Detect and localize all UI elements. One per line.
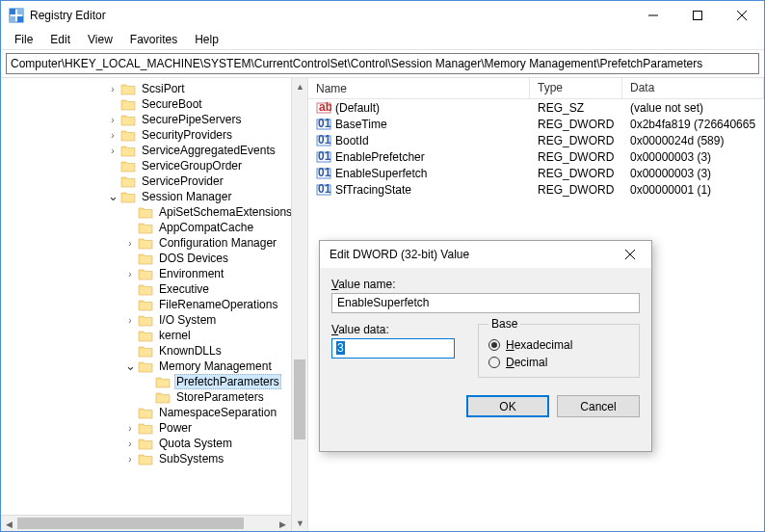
close-button[interactable]	[720, 1, 764, 30]
tree-item[interactable]: ⌄Session Manager	[1, 189, 307, 204]
expander-closed-icon[interactable]: ›	[105, 130, 120, 141]
tree-item[interactable]: kernel	[1, 328, 307, 343]
tree-item[interactable]: SecureBoot	[1, 96, 307, 112]
tree-item[interactable]: ›Power	[1, 420, 307, 436]
tree-item[interactable]: PrefetchParameters	[1, 374, 307, 389]
tree-item-label: Executive	[157, 282, 211, 296]
value-name-field[interactable]: EnableSuperfetch	[331, 293, 640, 313]
tree-item-label: NamespaceSeparation	[157, 406, 278, 419]
ok-button[interactable]: OK	[466, 395, 549, 417]
value-name: BootId	[335, 134, 369, 147]
menu-help[interactable]: Help	[187, 31, 226, 48]
list-row[interactable]: 011BaseTimeREG_DWORD0x2b4fa819 (72664066…	[308, 116, 764, 132]
expander-closed-icon[interactable]: ›	[122, 423, 138, 434]
expander-open-icon[interactable]: ⌄	[105, 192, 120, 201]
value-data: 0x00000001 (1)	[628, 183, 764, 197]
column-name[interactable]: Name	[308, 78, 530, 98]
tree-item[interactable]: ›SecurityProviders	[1, 127, 307, 143]
tree-item-label: ScsiPort	[140, 82, 187, 95]
tree-item[interactable]: ›Configuration Manager	[1, 235, 307, 251]
value-type: REG_DWORD	[536, 118, 628, 131]
value-name: SfTracingState	[335, 183, 411, 197]
tree-item[interactable]: ›ScsiPort	[1, 81, 307, 96]
menu-edit[interactable]: Edit	[42, 31, 78, 48]
tree-item[interactable]: ⌄Memory Management	[1, 359, 307, 374]
maximize-button[interactable]	[675, 1, 720, 30]
tree-item[interactable]: ApiSetSchemaExtensions	[1, 204, 307, 220]
radio-hexadecimal[interactable]: Hexadecimal	[488, 338, 629, 352]
tree-item[interactable]: ›Environment	[1, 266, 307, 281]
minimize-button[interactable]	[631, 1, 675, 30]
expander-closed-icon[interactable]: ›	[122, 439, 138, 449]
tree-item-label: kernel	[157, 329, 193, 342]
tree-item[interactable]: ›ServiceAggregatedEvents	[1, 143, 307, 158]
svg-text:011: 011	[318, 182, 331, 196]
svg-rect-4	[17, 16, 23, 22]
dword-value-icon: 011	[316, 133, 331, 148]
expander-closed-icon[interactable]: ›	[122, 315, 138, 326]
folder-icon	[138, 437, 153, 450]
tree-item-label: SecureBoot	[140, 97, 204, 111]
cancel-button[interactable]: Cancel	[557, 395, 640, 417]
radio-icon	[488, 357, 500, 368]
radio-decimal[interactable]: Decimal	[488, 356, 629, 369]
value-name: EnablePrefetcher	[335, 150, 425, 164]
expander-closed-icon[interactable]: ›	[122, 454, 138, 465]
tree-item[interactable]: FileRenameOperations	[1, 297, 307, 312]
tree-item-label: Configuration Manager	[157, 236, 278, 250]
expander-closed-icon[interactable]: ›	[122, 238, 138, 249]
radio-dec-label: Decimal	[506, 356, 547, 369]
tree-scrollbar-horizontal[interactable]: ◀ ▶	[1, 515, 291, 531]
tree-item-label: PrefetchParameters	[174, 374, 281, 389]
value-type: REG_DWORD	[536, 167, 628, 180]
expander-closed-icon[interactable]: ›	[122, 269, 138, 279]
value-type: REG_SZ	[536, 101, 628, 115]
scroll-up-icon[interactable]: ▲	[292, 78, 308, 94]
menu-view[interactable]: View	[80, 31, 120, 48]
scroll-left-icon[interactable]: ◀	[1, 516, 17, 531]
folder-icon	[138, 344, 153, 358]
folder-icon	[155, 375, 171, 388]
folder-icon	[138, 221, 153, 234]
dialog-titlebar[interactable]: Edit DWORD (32-bit) Value	[320, 241, 651, 268]
dialog-close-button[interactable]	[611, 242, 649, 267]
tree-item[interactable]: KnownDLLs	[1, 343, 307, 359]
column-data[interactable]: Data	[622, 78, 764, 98]
tree-item[interactable]: StoreParameters	[1, 389, 307, 405]
folder-icon	[138, 406, 153, 419]
expander-open-icon[interactable]: ⌄	[122, 361, 138, 371]
list-row[interactable]: 011SfTracingStateREG_DWORD0x00000001 (1)	[308, 181, 764, 198]
address-text: Computer\HKEY_LOCAL_MACHINE\SYSTEM\Curre…	[11, 57, 702, 70]
tree-item[interactable]: ServiceGroupOrder	[1, 158, 307, 173]
tree-item[interactable]: DOS Devices	[1, 251, 307, 266]
tree-item[interactable]: AppCompatCache	[1, 220, 307, 235]
tree-item[interactable]: ›SecurePipeServers	[1, 112, 307, 127]
tree-item-label: FileRenameOperations	[157, 298, 279, 311]
tree-item[interactable]: ›Quota System	[1, 436, 307, 451]
list-row[interactable]: ab(Default)REG_SZ(value not set)	[308, 99, 764, 116]
tree-item[interactable]: ›I/O System	[1, 312, 307, 328]
expander-closed-icon[interactable]: ›	[105, 146, 120, 156]
address-bar[interactable]: Computer\HKEY_LOCAL_MACHINE\SYSTEM\Curre…	[6, 53, 759, 74]
expander-closed-icon[interactable]: ›	[105, 84, 120, 94]
tree-scrollbar-vertical[interactable]: ▲ ▼	[291, 78, 307, 531]
folder-icon	[138, 282, 153, 296]
tree-item[interactable]: ServiceProvider	[1, 173, 307, 189]
menu-favorites[interactable]: Favorites	[122, 31, 185, 48]
expander-closed-icon[interactable]: ›	[105, 115, 120, 125]
tree-item[interactable]: Executive	[1, 281, 307, 297]
tree-item[interactable]: ›SubSystems	[1, 451, 307, 466]
tree-item-label: Environment	[157, 267, 225, 280]
menu-file[interactable]: File	[7, 31, 40, 48]
column-type[interactable]: Type	[530, 78, 622, 98]
svg-rect-3	[10, 16, 15, 22]
scroll-down-icon[interactable]: ▼	[292, 515, 308, 531]
list-row[interactable]: 011BootIdREG_DWORD0x0000024d (589)	[308, 132, 764, 148]
list-row[interactable]: 011EnablePrefetcherREG_DWORD0x00000003 (…	[308, 148, 764, 165]
scroll-right-icon[interactable]: ▶	[275, 516, 291, 531]
value-data-field[interactable]: 3	[331, 338, 455, 359]
dword-value-icon: 011	[316, 149, 331, 165]
base-label: Base	[488, 317, 520, 331]
tree-item[interactable]: NamespaceSeparation	[1, 405, 307, 420]
list-row[interactable]: 011EnableSuperfetchREG_DWORD0x00000003 (…	[308, 165, 764, 181]
